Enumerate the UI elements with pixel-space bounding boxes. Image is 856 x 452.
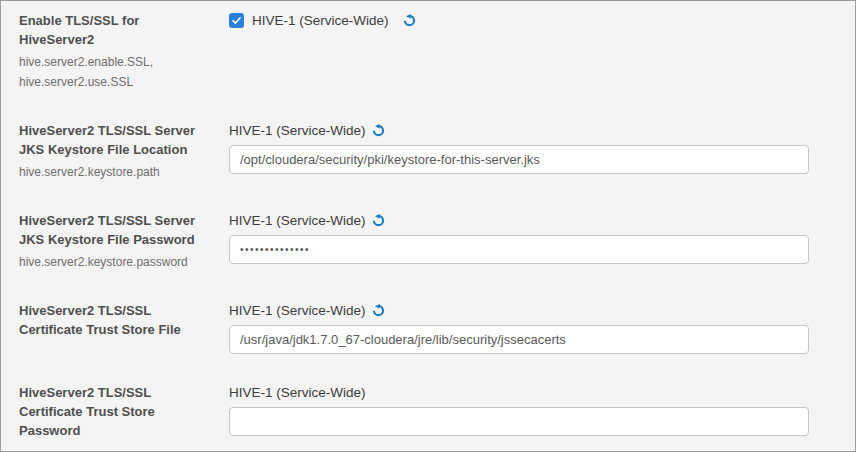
undo-icon[interactable] — [372, 304, 385, 317]
config-row: HiveServer2 TLS/SSL Certificate Trust St… — [19, 301, 809, 354]
enable-checkbox[interactable] — [229, 13, 244, 28]
check-icon — [231, 15, 242, 26]
setting-label-column: HiveServer2 TLS/SSL Server JKS Keystore … — [19, 211, 215, 272]
scope-label: HIVE-1 (Service-Wide) — [229, 123, 366, 138]
undo-icon[interactable] — [372, 214, 385, 227]
setting-label-column: HiveServer2 TLS/SSL Certificate Trust St… — [19, 301, 215, 339]
config-row: HiveServer2 TLS/SSL Server JKS Keystore … — [19, 121, 809, 182]
setting-property: hive.server2.enable.SSL, hive.server2.us… — [19, 52, 215, 92]
setting-control-column: HIVE-1 (Service-Wide) — [229, 301, 809, 354]
setting-label: HiveServer2 TLS/SSL Certificate Trust St… — [19, 301, 215, 339]
undo-icon[interactable] — [372, 124, 385, 137]
config-row: Enable TLS/SSL for HiveServer2 hive.serv… — [19, 11, 809, 92]
setting-label: HiveServer2 TLS/SSL Certificate Trust St… — [19, 383, 215, 440]
setting-label-column: Enable TLS/SSL for HiveServer2 hive.serv… — [19, 11, 215, 92]
setting-label: HiveServer2 TLS/SSL Server JKS Keystore … — [19, 121, 215, 159]
setting-label: HiveServer2 TLS/SSL Server JKS Keystore … — [19, 211, 215, 249]
scope-line: HIVE-1 (Service-Wide) — [229, 11, 809, 30]
undo-icon[interactable] — [403, 14, 416, 27]
value-input[interactable] — [229, 235, 809, 264]
setting-control-column: HIVE-1 (Service-Wide) — [229, 121, 809, 174]
config-row: HiveServer2 TLS/SSL Server JKS Keystore … — [19, 211, 809, 272]
value-input[interactable] — [229, 325, 809, 354]
setting-label-column: HiveServer2 TLS/SSL Certificate Trust St… — [19, 383, 215, 440]
config-list: Enable TLS/SSL for HiveServer2 hive.serv… — [19, 11, 809, 440]
tls-ssl-config-panel: Enable TLS/SSL for HiveServer2 hive.serv… — [0, 0, 856, 452]
scope-label: HIVE-1 (Service-Wide) — [252, 13, 389, 28]
scope-label: HIVE-1 (Service-Wide) — [229, 303, 366, 318]
setting-label-column: HiveServer2 TLS/SSL Server JKS Keystore … — [19, 121, 215, 182]
scope-line: HIVE-1 (Service-Wide) — [229, 301, 809, 320]
setting-control-column: HIVE-1 (Service-Wide) — [229, 211, 809, 264]
scope-line: HIVE-1 (Service-Wide) — [229, 211, 809, 230]
setting-property: hive.server2.keystore.path — [19, 162, 215, 182]
scope-line: HIVE-1 (Service-Wide) — [229, 383, 809, 402]
setting-control-column: HIVE-1 (Service-Wide) — [229, 11, 809, 30]
setting-control-column: HIVE-1 (Service-Wide) — [229, 383, 809, 436]
scope-line: HIVE-1 (Service-Wide) — [229, 121, 809, 140]
setting-property: hive.server2.keystore.password — [19, 252, 215, 272]
value-input[interactable] — [229, 145, 809, 174]
setting-label: Enable TLS/SSL for HiveServer2 — [19, 11, 215, 49]
value-input[interactable] — [229, 407, 809, 436]
scope-label: HIVE-1 (Service-Wide) — [229, 213, 366, 228]
scope-label: HIVE-1 (Service-Wide) — [229, 385, 366, 400]
config-row: HiveServer2 TLS/SSL Certificate Trust St… — [19, 383, 809, 440]
